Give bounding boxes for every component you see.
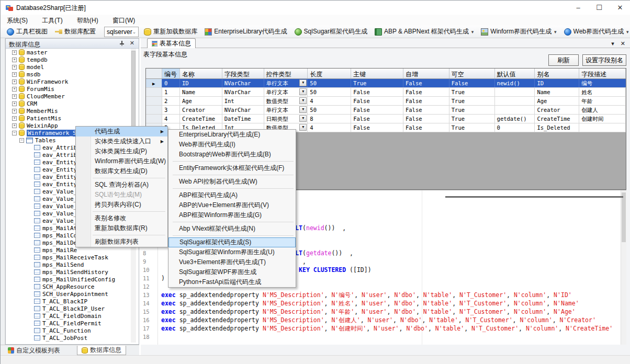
- menu-item[interactable]: 实体类属性生成(P): [76, 146, 167, 156]
- tree-node-database[interactable]: +tempdb: [6, 56, 130, 63]
- grid-column-header[interactable]: 默认值: [495, 69, 535, 78]
- grid-cell[interactable]: 1: [162, 88, 180, 96]
- grid-cell[interactable]: True: [449, 115, 495, 123]
- editor-horizontal-scrollbar-thumb[interactable]: [445, 196, 623, 198]
- winform-codegen-button[interactable]: Winform界面代码生成 ▾: [479, 27, 558, 37]
- grid-cell[interactable]: DateTime: [222, 115, 264, 123]
- abp-codegen-button[interactable]: ABP & ABPNext 框架代码生成 ▾: [373, 27, 476, 37]
- grid-cell[interactable]: 姓名: [579, 88, 626, 96]
- grid-cell[interactable]: True: [449, 106, 495, 114]
- grid-cell[interactable]: [495, 106, 535, 114]
- tree-node-table[interactable]: T_ACL_LoginLog: [6, 342, 130, 343]
- grid-cell[interactable]: False: [351, 97, 403, 105]
- grid-cell[interactable]: False: [403, 79, 449, 87]
- editor-scrollbar-thumb[interactable]: [622, 192, 626, 242]
- sqlsugar-codegen-button[interactable]: SqlSugar框架代码生成: [292, 27, 369, 37]
- menu-item[interactable]: Web API控制器代码生成(W): [168, 177, 296, 187]
- grid-cell[interactable]: False: [403, 97, 449, 105]
- tree-node-database[interactable]: +ForumMis: [6, 85, 130, 93]
- grid-cell[interactable]: False: [351, 106, 403, 114]
- grid-cell[interactable]: NVarChar: [222, 106, 264, 114]
- grid-cell[interactable]: 3: [162, 106, 180, 114]
- reload-database-button[interactable]: 重新加载数据库: [142, 27, 199, 37]
- menu-help[interactable]: 帮助(H): [71, 15, 105, 26]
- tree-node-database[interactable]: +WinFramework: [6, 78, 130, 85]
- menu-item[interactable]: ABP框架Winform界面生成(G): [168, 210, 296, 220]
- grid-cell[interactable]: Creator: [535, 106, 579, 114]
- grid-cell[interactable]: NVarChar: [222, 88, 264, 96]
- code-line[interactable]: 18: [141, 333, 626, 341]
- row-selector-cell[interactable]: ▶: [146, 79, 162, 87]
- tree-node-database[interactable]: +msdb: [6, 71, 130, 78]
- menu-tools[interactable]: 工具(T): [36, 15, 69, 26]
- expand-box-icon[interactable]: +: [12, 50, 17, 55]
- control-type-combobox-button[interactable]: ▼: [299, 124, 307, 131]
- menu-item[interactable]: SqlSugar框架Winform界面生成(U): [168, 247, 296, 257]
- grid-cell[interactable]: Int: [222, 97, 264, 105]
- grid-row[interactable]: 4CreateTimeDateTime日期类型▼8FalseFalseTrueg…: [146, 115, 626, 123]
- menu-item[interactable]: 代码生成▶: [76, 127, 167, 136]
- code-line[interactable]: 17exec sp_addextendedproperty N'MS_Descr…: [141, 324, 626, 333]
- menu-item[interactable]: SQL 查询分析器(A): [76, 180, 167, 190]
- pin-icon[interactable]: [119, 40, 125, 47]
- tree-node-table[interactable]: T_ACL_FieldDomain: [6, 312, 130, 320]
- tree-node-table[interactable]: T_ACL_FieldPermit: [6, 320, 130, 327]
- grid-cell[interactable]: newid(): [495, 79, 535, 87]
- grid-column-header[interactable]: 主键: [351, 69, 403, 78]
- panel-collapse-icon[interactable]: ▾: [611, 40, 614, 47]
- expand-box-icon[interactable]: +: [12, 58, 17, 62]
- grid-cell[interactable]: 4: [308, 123, 351, 132]
- expand-box-icon[interactable]: +: [12, 79, 17, 84]
- control-type-combobox-button[interactable]: ▼: [299, 79, 307, 86]
- tree-node-database[interactable]: +MemberMis: [6, 107, 130, 115]
- grid-cell[interactable]: 50: [308, 79, 351, 87]
- tab-table-basic-info[interactable]: 表基本信息: [147, 38, 196, 48]
- set-field-alias-button[interactable]: 设置字段别名: [582, 54, 626, 66]
- row-selector-cell[interactable]: [146, 97, 162, 105]
- database-config-button[interactable]: 数据库配置: [53, 27, 98, 37]
- menu-item[interactable]: 表别名修改: [76, 213, 167, 223]
- editor-vertical-scrollbar[interactable]: [621, 190, 626, 345]
- tab-custom-templates[interactable]: 自定义模板列表: [4, 346, 64, 355]
- tree-node-table[interactable]: SCH_AppResource: [6, 283, 130, 290]
- tree-node-table[interactable]: mps_MailUnifiedConfig: [6, 276, 130, 283]
- menu-item[interactable]: EnterpriseLibrary代码生成(E): [168, 130, 296, 140]
- grid-cell[interactable]: 8: [308, 115, 351, 123]
- grid-cell[interactable]: True: [449, 97, 495, 105]
- grid-cell[interactable]: 日期类型▼: [264, 115, 308, 123]
- grid-cell[interactable]: 50: [308, 106, 351, 114]
- tree-node-table[interactable]: SCH_UserAppointment: [6, 290, 130, 298]
- grid-cell[interactable]: False: [403, 123, 449, 132]
- grid-cell[interactable]: Name: [180, 88, 222, 96]
- grid-column-header[interactable]: 可空: [449, 69, 495, 78]
- grid-cell[interactable]: 单行文本▼: [264, 106, 308, 114]
- close-button[interactable]: ✕: [610, 1, 630, 15]
- tree-node-database[interactable]: +PatientMis: [6, 115, 130, 122]
- maximize-button[interactable]: ☐: [589, 1, 610, 15]
- expand-box-icon[interactable]: +: [12, 101, 17, 106]
- grid-cell[interactable]: CreateTime: [180, 115, 222, 123]
- panel-close-icon[interactable]: ✕: [130, 40, 134, 47]
- grid-cell[interactable]: [579, 123, 626, 132]
- grid-cell[interactable]: True: [351, 79, 403, 87]
- tree-node-table[interactable]: T_ACL_BlackIP: [6, 298, 130, 305]
- grid-cell[interactable]: ID: [535, 79, 579, 87]
- menu-item[interactable]: 实体类生成快速入口▶: [76, 136, 167, 146]
- control-type-combobox-button[interactable]: ▼: [299, 115, 307, 122]
- grid-cell[interactable]: NVarChar: [222, 79, 264, 87]
- menu-item[interactable]: 刷新数据库列表: [76, 237, 167, 247]
- tree-node-table[interactable]: T_ACL_Function: [6, 327, 130, 334]
- menu-item[interactable]: SqlSugar框架代码生成(S): [168, 237, 296, 247]
- control-type-combobox-button[interactable]: ▼: [299, 106, 307, 113]
- expand-box-icon[interactable]: −: [12, 131, 17, 135]
- row-selector-cell[interactable]: [146, 88, 162, 96]
- grid-cell[interactable]: 年龄: [579, 97, 626, 105]
- grid-column-header[interactable]: 字段描述: [579, 69, 626, 78]
- grid-cell[interactable]: False: [351, 123, 403, 132]
- grid-cell[interactable]: 数值类型▼: [264, 97, 308, 105]
- code-line[interactable]: 15exec sp_addextendedproperty N'MS_Descr…: [141, 308, 626, 316]
- grid-cell[interactable]: ID: [180, 79, 222, 87]
- tree-node-table[interactable]: mps_MailReceiveTask: [6, 254, 130, 261]
- grid-row[interactable]: 2AgeInt数值类型▼4FalseFalseTrueAge年龄: [146, 97, 626, 106]
- tree-node-table[interactable]: mps_MailSend: [6, 261, 130, 268]
